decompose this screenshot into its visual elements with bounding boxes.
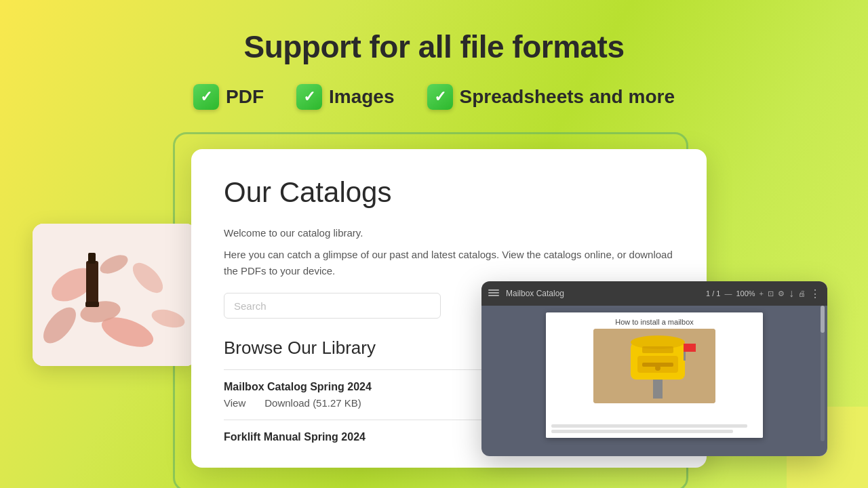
mailbox-image [593, 329, 715, 403]
spreadsheets-checkbox-icon: ✓ [427, 84, 453, 110]
feature-images: ✓ Images [296, 84, 395, 110]
pdf-menu-icon[interactable] [488, 289, 499, 298]
pdf-page-info: 1 / 1 [706, 289, 720, 298]
pdf-scrollbar[interactable] [821, 306, 825, 441]
pdf-text-line-2 [551, 430, 733, 433]
pdf-viewer-card: Mailbox Catalog 1 / 1 — 100% + ⊡ ⚙ ↓ 🖨 ⋮… [481, 281, 827, 456]
feature-pdf: ✓ PDF [193, 84, 264, 110]
svg-rect-10 [85, 302, 99, 307]
pdf-label: PDF [226, 86, 264, 108]
page-title: Support for all file formats [0, 28, 868, 65]
pdf-zoom-in-btn[interactable]: + [760, 289, 764, 298]
flower-image [33, 224, 197, 366]
pdf-settings-btn[interactable]: ⚙ [778, 289, 785, 298]
svg-rect-16 [653, 380, 663, 399]
search-input[interactable]: Search [224, 293, 441, 319]
pdf-toolbar-title: Mailbox Catalog [506, 289, 699, 298]
pdf-page-title: How to install a mailbox [546, 312, 763, 329]
pdf-print-btn[interactable]: 🖨 [798, 289, 806, 298]
features-row: ✓ PDF ✓ Images ✓ Spreadsheets and more [0, 84, 868, 110]
pdf-image-area [593, 329, 715, 403]
catalog-card-title: Our Catalogs [224, 176, 674, 209]
pdf-more-btn[interactable]: ⋮ [810, 287, 821, 300]
pdf-checkbox-icon: ✓ [193, 84, 219, 110]
pdf-zoom-out-btn[interactable]: — [724, 289, 732, 298]
catalog-desc1: Welcome to our catalog library. [224, 225, 674, 241]
images-checkbox-icon: ✓ [296, 84, 322, 110]
pdf-fit-btn[interactable]: ⊡ [768, 289, 774, 298]
pdf-text-line-1 [551, 424, 747, 428]
svg-rect-8 [86, 261, 98, 305]
pdf-content: How to install a mailbox [481, 306, 827, 456]
svg-rect-17 [642, 346, 673, 353]
spreadsheets-label: Spreadsheets and more [460, 86, 675, 108]
svg-rect-9 [88, 253, 96, 264]
left-image-card [33, 224, 197, 366]
pdf-scrollbar-thumb[interactable] [821, 306, 825, 333]
catalog-desc2: Here you can catch a glimpse of our past… [224, 247, 674, 279]
pdf-toolbar-controls: 1 / 1 — 100% + ⊡ ⚙ ↓ 🖨 ⋮ [706, 287, 821, 300]
pdf-download-btn[interactable]: ↓ [789, 287, 794, 300]
feature-spreadsheets: ✓ Spreadsheets and more [427, 84, 675, 110]
left-image-content [33, 224, 197, 366]
pdf-page: How to install a mailbox [546, 312, 763, 438]
top-section: Support for all file formats ✓ PDF ✓ Ima… [0, 0, 868, 110]
svg-point-20 [655, 365, 660, 371]
catalog-item-1-view[interactable]: View [224, 397, 245, 409]
pdf-toolbar: Mailbox Catalog 1 / 1 — 100% + ⊡ ⚙ ↓ 🖨 ⋮ [481, 281, 827, 306]
catalog-item-1-download[interactable]: Download (51.27 KB) [264, 397, 361, 409]
images-label: Images [329, 86, 395, 108]
search-placeholder: Search [234, 300, 267, 312]
pdf-text-lines [546, 422, 763, 438]
pdf-zoom-level: 100% [736, 289, 755, 298]
svg-rect-19 [684, 344, 696, 352]
